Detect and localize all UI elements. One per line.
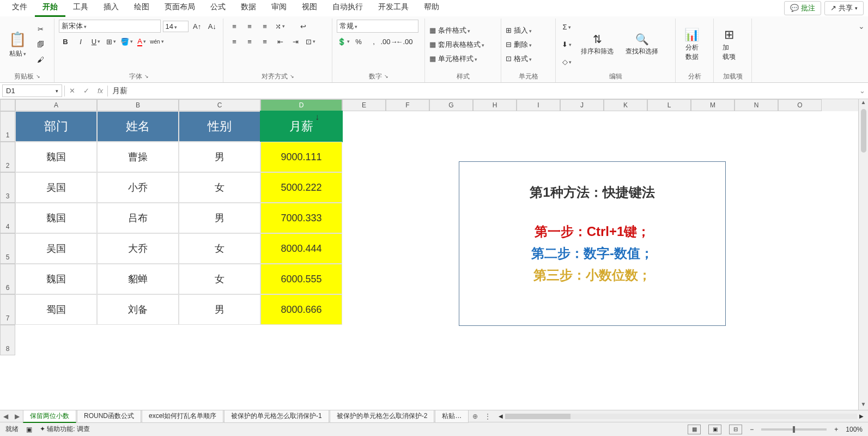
menu-工具[interactable]: 工具 [65, 0, 96, 17]
col-header-M[interactable]: M [691, 99, 735, 111]
col-header-L[interactable]: L [647, 99, 691, 111]
orientation-icon[interactable]: ⤭ [274, 20, 287, 33]
header-cell[interactable]: 姓名 [97, 111, 179, 142]
row-header-8[interactable]: 8 [0, 325, 15, 355]
sheet-tab[interactable]: ROUND函数公式 [77, 410, 141, 423]
col-header-I[interactable]: I [517, 99, 560, 111]
increase-font-icon[interactable]: A↑ [191, 20, 204, 33]
fill-color-icon[interactable]: 🪣 [120, 35, 133, 48]
data-cell[interactable]: 5000.222 [260, 172, 342, 203]
data-cell[interactable]: 蜀国 [15, 294, 97, 325]
select-all-corner[interactable] [0, 99, 15, 111]
col-header-B[interactable]: B [97, 99, 179, 111]
menu-页面布局[interactable]: 页面布局 [157, 0, 203, 17]
data-cell[interactable]: 吴国 [15, 172, 97, 203]
cancel-formula-icon[interactable]: ✕ [65, 84, 79, 97]
sheet-tab[interactable]: 被保护的单元格怎么取消保护-1 [224, 410, 329, 423]
copy-icon[interactable]: 🗐 [34, 38, 47, 51]
merge-icon[interactable]: ⊡ [304, 35, 317, 48]
underline-icon[interactable]: U [89, 35, 102, 48]
accessibility-status[interactable]: ✦ 辅助功能: 调查 [40, 425, 90, 434]
data-cell[interactable]: 魏国 [15, 264, 97, 294]
header-cell[interactable]: 性别 [179, 111, 260, 142]
align-left-icon[interactable]: ≡ [228, 35, 241, 48]
fill-icon[interactable]: ⬇ [560, 38, 573, 51]
data-cell[interactable]: 吴国 [15, 233, 97, 264]
data-cell[interactable]: 女 [179, 264, 260, 294]
menu-审阅[interactable]: 审阅 [264, 0, 294, 17]
currency-icon[interactable]: 💲 [337, 35, 350, 48]
bold-icon[interactable]: B [59, 35, 72, 48]
tab-nav-next-icon[interactable]: ▶ [11, 413, 23, 420]
horizontal-scrollbar[interactable]: ◀ ▶ [494, 413, 868, 419]
col-header-K[interactable]: K [604, 99, 647, 111]
row-header-3[interactable]: 3 [0, 172, 15, 203]
zoom-out-icon[interactable]: − [750, 426, 754, 433]
name-box[interactable]: D1▾ [2, 84, 62, 97]
view-normal-icon[interactable]: ▦ [688, 425, 701, 434]
header-cell[interactable]: 月薪 [260, 111, 342, 142]
border-icon[interactable]: ⊞ [105, 35, 118, 48]
menu-开始[interactable]: 开始 [35, 0, 65, 17]
vertical-scrollbar[interactable]: ▲ ▼ [858, 99, 868, 410]
macro-record-icon[interactable]: ▣ [26, 426, 32, 433]
wrap-text-icon[interactable]: ↩ [296, 20, 309, 33]
sheet-tab[interactable]: 粘贴… [435, 410, 469, 423]
col-header-J[interactable]: J [560, 99, 604, 111]
font-size-select[interactable]: 14 [163, 21, 189, 32]
data-cell[interactable]: 大乔 [97, 233, 179, 264]
font-color-icon[interactable]: A [135, 35, 148, 48]
font-name-select[interactable]: 新宋体 [59, 20, 161, 33]
col-header-O[interactable]: O [778, 99, 822, 111]
fx-icon[interactable]: fx [93, 84, 107, 97]
indent-inc-icon[interactable]: ⇥ [289, 35, 302, 48]
align-top-icon[interactable]: ≡ [228, 20, 241, 33]
data-cell[interactable]: 刘备 [97, 294, 179, 325]
new-sheet-icon[interactable]: ⊕ [469, 413, 481, 420]
row-header-5[interactable]: 5 [0, 233, 15, 264]
col-header-D[interactable]: D [260, 99, 342, 111]
italic-icon[interactable]: I [74, 35, 87, 48]
col-header-A[interactable]: A [15, 99, 97, 111]
data-cell[interactable]: 7000.333 [260, 203, 342, 233]
comma-icon[interactable]: , [367, 35, 380, 48]
sheet-tab[interactable]: 被保护的单元格怎么取消保护-2 [330, 410, 435, 423]
data-cell[interactable]: 6000.555 [260, 264, 342, 294]
data-cell[interactable]: 8000.444 [260, 233, 342, 264]
find-select-button[interactable]: 🔍 查找和选择 [621, 31, 663, 58]
dec-decimal-icon[interactable]: ←.00 [398, 35, 411, 48]
data-cell[interactable]: 魏国 [15, 142, 97, 172]
table-format-button[interactable]: ▦套用表格格式 [429, 40, 484, 50]
autosum-icon[interactable]: Σ [560, 21, 573, 34]
clear-icon[interactable]: ◇ [560, 56, 573, 69]
row-header-6[interactable]: 6 [0, 264, 15, 294]
zoom-level[interactable]: 100% [846, 426, 863, 433]
addins-button[interactable]: ⊞ 加 载项 [718, 26, 740, 64]
percent-icon[interactable]: % [352, 35, 365, 48]
formula-input[interactable]: 月薪 [108, 84, 856, 98]
data-cell[interactable]: 女 [179, 172, 260, 203]
expand-formula-bar-icon[interactable]: ⌄ [856, 87, 868, 95]
menu-开发工具[interactable]: 开发工具 [371, 0, 416, 17]
conditional-format-button[interactable]: ▦条件格式 [429, 26, 470, 35]
row-header-7[interactable]: 7 [0, 294, 15, 325]
view-page-break-icon[interactable]: ⊟ [729, 425, 742, 434]
data-cell[interactable]: 男 [179, 294, 260, 325]
delete-cells-button[interactable]: ⊟删除 [506, 40, 532, 50]
menu-视图[interactable]: 视图 [294, 0, 325, 17]
decrease-font-icon[interactable]: A↓ [205, 20, 218, 33]
col-header-F[interactable]: F [386, 99, 429, 111]
col-header-G[interactable]: G [429, 99, 473, 111]
sort-filter-button[interactable]: ⇅ 排序和筛选 [576, 31, 618, 58]
data-cell[interactable]: 8000.666 [260, 294, 342, 325]
zoom-slider[interactable] [761, 428, 827, 431]
cut-icon[interactable]: ✂ [34, 23, 47, 36]
sheet-tab[interactable]: 保留两位小数 [23, 410, 76, 423]
data-cell[interactable]: 魏国 [15, 203, 97, 233]
insert-cells-button[interactable]: ⊞插入 [506, 26, 532, 35]
align-center-icon[interactable]: ≡ [243, 35, 256, 48]
menu-文件[interactable]: 文件 [4, 0, 35, 17]
row-header-4[interactable]: 4 [0, 203, 15, 233]
menu-帮助[interactable]: 帮助 [416, 0, 447, 17]
inc-decimal-icon[interactable]: .00→ [383, 35, 396, 48]
